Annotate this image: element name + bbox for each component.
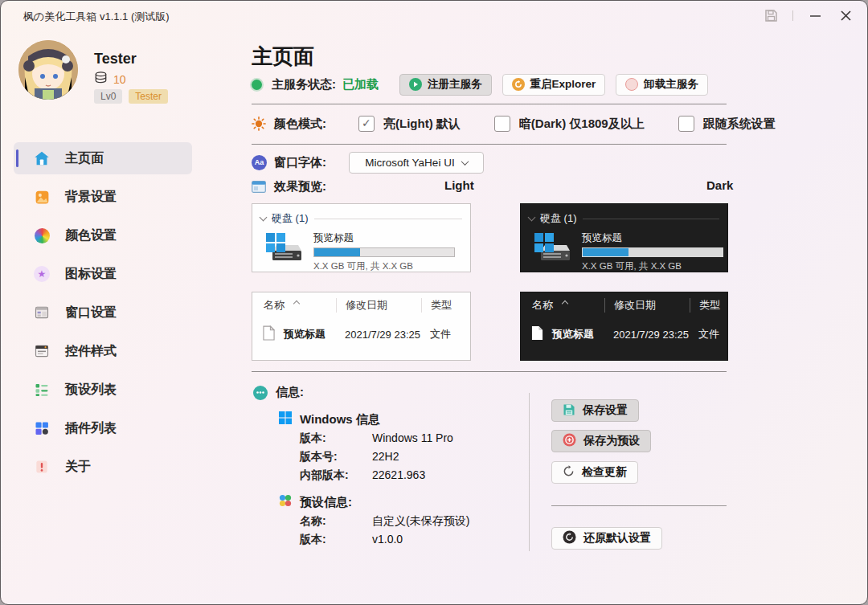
preset-list-icon [33, 381, 51, 399]
window-icon [33, 304, 51, 321]
level-badge: Lv0 [94, 89, 122, 104]
service-status-label: 主服务状态: [272, 77, 336, 92]
follow-system-checkbox[interactable] [678, 116, 694, 132]
sidebar-item-label: 窗口设置 [65, 305, 117, 321]
sidebar-item-label: 预设列表 [65, 382, 117, 399]
save-icon[interactable] [762, 6, 780, 24]
info-row: 内部版本:22621.963 [300, 468, 522, 483]
light-caption: Light [444, 178, 474, 192]
info-row: 版本号:22H2 [300, 450, 522, 464]
restore-defaults-button[interactable]: 还原默认设置 [551, 527, 662, 550]
titlebar: 枫の美化工具箱 v1.1.1 (测试版) [1, 1, 867, 30]
sidebar-item-window[interactable]: 窗口设置 [14, 296, 192, 329]
sidebar-item-icons[interactable]: ★ 图标设置 [14, 258, 192, 290]
role-badge: Tester [129, 89, 168, 104]
light-drive-preview: 硬盘 (1) 预览标题 X.X GB 可 [252, 203, 471, 272]
sidebar-item-label: 图标设置 [65, 266, 117, 283]
refresh-icon [563, 465, 575, 480]
column-header-name[interactable]: 名称 [521, 298, 604, 313]
sidebar-item-about[interactable]: 关于 [14, 451, 192, 483]
profile-name: Tester [94, 51, 137, 67]
sort-asc-icon [562, 300, 568, 307]
sidebar-item-label: 控件样式 [65, 343, 117, 360]
sidebar-item-home[interactable]: 主页面 [14, 142, 192, 174]
drive-icon [533, 231, 571, 268]
sidebar-item-background[interactable]: 背景设置 [14, 181, 192, 213]
sidebar-item-label: 颜色设置 [65, 227, 117, 244]
column-header-name[interactable]: 名称 [252, 298, 336, 313]
about-icon [33, 458, 51, 476]
file-icon [263, 325, 275, 343]
sidebar-item-colors[interactable]: 颜色设置 [14, 219, 192, 251]
light-list-preview: 名称 修改日期 类型 预览标题 2021/7/29 23:25 文件 [252, 292, 471, 361]
column-header-date[interactable]: 修改日期 [336, 298, 421, 313]
plugin-list-icon [33, 419, 51, 437]
titlebar-divider [792, 10, 793, 21]
info-row: 版本:v1.0.0 [300, 533, 522, 547]
dark-list-preview: 名称 修改日期 类型 预览标题 2021/7/29 23:25 文件 [520, 292, 728, 361]
service-status-value: 已加载 [342, 77, 379, 92]
sun-icon [252, 117, 266, 131]
sidebar: 主页面 背景设置 颜色设置 ★ 图标设置 窗口设置 控件样式 预设列表 插件列表 [14, 142, 192, 489]
drive-usage-bar [313, 247, 455, 257]
unload-service-button[interactable]: 卸载主服务 [616, 74, 708, 96]
save-preset-icon [563, 433, 576, 449]
avatar[interactable] [18, 40, 78, 100]
star-icon: ★ [33, 265, 51, 283]
minimize-icon[interactable] [806, 6, 824, 24]
app-window: 枫の美化工具箱 v1.1.1 (测试版) [0, 0, 868, 605]
stop-icon [625, 78, 638, 91]
sidebar-item-label: 插件列表 [65, 420, 117, 437]
column-header-type[interactable]: 类型 [421, 298, 470, 313]
window-font-label: 窗口字体: [274, 155, 326, 170]
windows-logo-icon [279, 411, 292, 427]
close-icon[interactable] [837, 6, 854, 24]
chevron-down-icon[interactable] [528, 214, 536, 222]
window-title: 枫の美化工具箱 v1.1.1 (测试版) [23, 10, 170, 24]
file-row[interactable]: 预览标题 2021/7/29 23:25 文件 [521, 325, 727, 343]
service-status-dot [252, 80, 262, 90]
coins-count: 10 [113, 73, 126, 86]
control-style-icon [33, 342, 51, 360]
dark-caption: Dark [706, 178, 733, 192]
play-icon [409, 78, 422, 91]
dark-drive-preview: 硬盘 (1) 预览标题 X.X GB 可 [520, 203, 728, 272]
save-settings-button[interactable]: 保存设置 [551, 399, 639, 422]
sidebar-item-controls[interactable]: 控件样式 [14, 335, 192, 367]
sidebar-item-label: 主页面 [65, 150, 104, 167]
sidebar-item-plugins[interactable]: 插件列表 [14, 412, 192, 444]
info-row: 名称:自定义(未保存预设) [300, 514, 522, 529]
drive-group-title: 硬盘 (1) [272, 211, 309, 226]
home-icon [33, 149, 51, 167]
dark-mode-checkbox[interactable] [494, 116, 510, 132]
follow-system-label: 跟随系统设置 [703, 117, 776, 132]
effect-preview-label: 效果预览: [274, 179, 326, 194]
chevron-down-icon[interactable] [260, 214, 268, 222]
page-title: 主页面 [252, 43, 314, 71]
column-header-date[interactable]: 修改日期 [604, 298, 690, 313]
color-wheel-icon [33, 227, 51, 244]
font-icon: Aa [252, 155, 267, 170]
check-update-button[interactable]: 检查更新 [551, 461, 638, 484]
chevron-down-icon [461, 157, 469, 166]
light-mode-checkbox[interactable] [358, 116, 375, 132]
drive-item-title: 预览标题 [313, 231, 455, 245]
file-row[interactable]: 预览标题 2021/7/29 23:25 文件 [252, 325, 470, 343]
column-header-type[interactable]: 类型 [690, 298, 727, 313]
register-service-button[interactable]: 注册主服务 [399, 74, 492, 96]
info-icon [253, 386, 268, 400]
sidebar-item-presets[interactable]: 预设列表 [14, 374, 192, 406]
windows-info-title: Windows 信息 [300, 412, 380, 427]
color-mode-label: 颜色模式: [274, 117, 326, 132]
drive-item-title: 预览标题 [582, 231, 723, 245]
font-select[interactable]: Microsoft YaHei UI [349, 152, 484, 174]
restore-icon [563, 530, 576, 546]
sort-asc-icon [293, 300, 300, 307]
preview-icon [252, 181, 266, 193]
restart-explorer-button[interactable]: 重启Explorer [502, 74, 606, 96]
save-as-preset-button[interactable]: 保存为预设 [551, 430, 651, 452]
file-icon [531, 325, 543, 343]
info-row: 版本:Windows 11 Pro [300, 431, 522, 446]
drive-capacity: X.X GB 可用, 共 X.X GB [582, 260, 723, 272]
restart-icon [512, 78, 525, 91]
